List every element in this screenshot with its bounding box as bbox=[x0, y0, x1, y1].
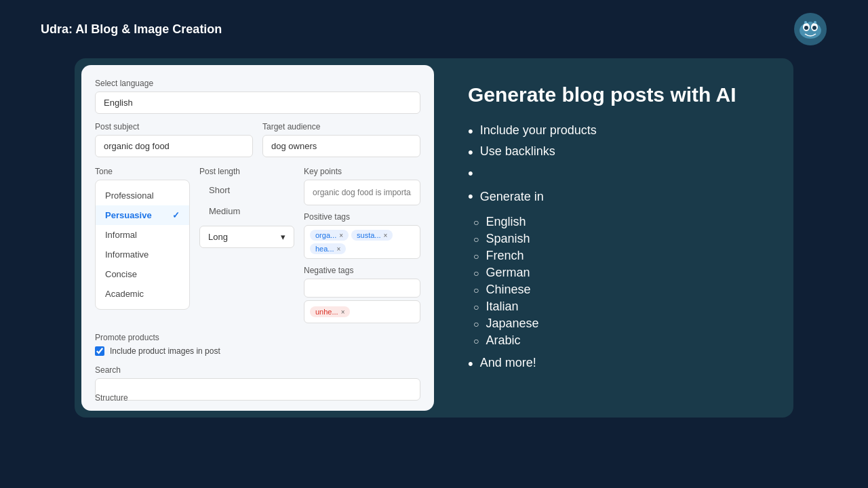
lang-chinese: Chinese bbox=[473, 283, 539, 297]
remove-tag-2[interactable]: × bbox=[384, 232, 388, 239]
main-features-list: Include your products Use backlinks Gene… bbox=[468, 123, 766, 371]
remove-neg-tag-1[interactable]: × bbox=[341, 308, 345, 316]
remove-tag-3[interactable]: × bbox=[337, 245, 341, 253]
right-fields: Key points Positive tags orga... × susta… bbox=[304, 167, 420, 323]
lang-italian: Italian bbox=[473, 300, 539, 314]
include-images-row: Include product images in post bbox=[95, 346, 420, 356]
logo-icon bbox=[793, 12, 827, 46]
feature-products-text: Include your products bbox=[480, 123, 597, 138]
tone-label: Tone bbox=[95, 167, 190, 176]
right-panel-title: Generate blog posts with AI bbox=[468, 83, 766, 107]
tone-length-row: Tone Professional Persuasive ✓ Informal … bbox=[95, 167, 420, 323]
negative-tags-label: Negative tags bbox=[304, 266, 420, 275]
feature-generate-in: Generate in English Spanish French Germa… bbox=[468, 165, 766, 350]
header: Udra: AI Blog & Image Creation bbox=[0, 0, 868, 58]
tone-option-concise[interactable]: Concise bbox=[96, 264, 189, 284]
generate-in-header: Generate in bbox=[468, 188, 544, 205]
target-audience-input[interactable] bbox=[262, 135, 420, 157]
remove-tag-1[interactable]: × bbox=[339, 232, 343, 239]
post-subject-label: Post subject bbox=[95, 122, 253, 131]
language-section: Select language bbox=[95, 79, 420, 114]
key-points-label: Key points bbox=[304, 167, 420, 176]
tone-option-academic[interactable]: Academic bbox=[96, 284, 189, 304]
positive-tags-section: Positive tags orga... × susta... × hea..… bbox=[304, 212, 420, 259]
tone-option-professional[interactable]: Professional bbox=[96, 186, 189, 205]
tone-section: Tone Professional Persuasive ✓ Informal … bbox=[95, 167, 190, 323]
lang-english: English bbox=[473, 215, 539, 229]
tone-check-icon: ✓ bbox=[172, 210, 180, 220]
negative-tags-container bbox=[304, 279, 420, 298]
post-length-panel: Short Medium Long ▾ bbox=[199, 180, 294, 248]
target-audience-label: Target audience bbox=[262, 122, 420, 131]
include-images-label: Include product images in post bbox=[110, 346, 220, 356]
and-more-text: And more! bbox=[480, 356, 536, 370]
generate-in-label: Generate in bbox=[480, 190, 544, 204]
length-dropdown[interactable]: Long ▾ bbox=[199, 226, 294, 248]
feature-products: Include your products bbox=[468, 123, 766, 139]
target-audience-section: Target audience bbox=[262, 122, 420, 157]
subject-audience-row: Post subject Target audience bbox=[95, 122, 420, 157]
promote-section: Promote products Include product images … bbox=[95, 333, 420, 356]
post-length-label: Post length bbox=[199, 167, 294, 176]
key-points-section: Key points bbox=[304, 167, 420, 205]
post-length-section: Post length Short Medium Long ▾ bbox=[199, 167, 294, 323]
feature-and-more: And more! bbox=[468, 356, 766, 371]
lang-arabic: Arabic bbox=[473, 333, 539, 348]
search-label: Search bbox=[95, 365, 420, 375]
search-section: Search bbox=[95, 365, 420, 401]
language-input[interactable] bbox=[95, 92, 420, 114]
positive-tag-2[interactable]: susta... × bbox=[351, 230, 393, 241]
promote-label: Promote products bbox=[95, 333, 420, 342]
svg-point-8 bbox=[814, 21, 816, 24]
svg-rect-6 bbox=[808, 22, 812, 24]
post-subject-section: Post subject bbox=[95, 122, 253, 157]
length-selected: Long bbox=[208, 232, 228, 242]
svg-point-4 bbox=[804, 26, 808, 30]
tone-option-persuasive[interactable]: Persuasive ✓ bbox=[96, 205, 189, 225]
search-input[interactable] bbox=[95, 378, 420, 401]
tone-option-informative[interactable]: Informative bbox=[96, 245, 189, 264]
negative-tags-section: Negative tags unhe... × bbox=[304, 266, 420, 323]
post-subject-input[interactable] bbox=[95, 135, 253, 157]
positive-tags-label: Positive tags bbox=[304, 212, 420, 222]
right-panel: Generate blog posts with AI Include your… bbox=[441, 58, 793, 418]
svg-point-7 bbox=[804, 21, 807, 24]
svg-point-5 bbox=[812, 26, 816, 30]
include-images-checkbox[interactable] bbox=[95, 346, 104, 356]
lang-french: French bbox=[473, 249, 539, 263]
tone-option-informal[interactable]: Informal bbox=[96, 225, 189, 245]
lang-japanese: Japanese bbox=[473, 317, 539, 331]
languages-list: English Spanish French German Chinese It… bbox=[468, 215, 539, 350]
length-short[interactable]: Short bbox=[199, 180, 294, 201]
lang-german: German bbox=[473, 266, 539, 280]
feature-backlinks-text: Use backlinks bbox=[480, 144, 555, 159]
length-medium[interactable]: Medium bbox=[199, 201, 294, 222]
language-label: Select language bbox=[95, 79, 420, 88]
key-points-input[interactable] bbox=[304, 180, 420, 205]
structure-label: Structure bbox=[95, 393, 128, 403]
main-card: Select language Post subject Target audi… bbox=[75, 58, 793, 418]
feature-backlinks: Use backlinks bbox=[468, 144, 766, 160]
positive-tags-container: orga... × susta... × hea... × bbox=[304, 225, 420, 259]
negative-tag-1[interactable]: unhe... × bbox=[310, 306, 350, 317]
chevron-down-icon: ▾ bbox=[281, 232, 285, 242]
positive-tag-1[interactable]: orga... × bbox=[310, 230, 349, 241]
app-title: Udra: AI Blog & Image Creation bbox=[41, 22, 222, 37]
form-panel: Select language Post subject Target audi… bbox=[81, 65, 434, 411]
lang-spanish: Spanish bbox=[473, 232, 539, 246]
positive-tag-3[interactable]: hea... × bbox=[310, 243, 346, 254]
negative-tags-values: unhe... × bbox=[304, 300, 420, 323]
tone-panel: Professional Persuasive ✓ Informal Infor… bbox=[95, 180, 190, 310]
